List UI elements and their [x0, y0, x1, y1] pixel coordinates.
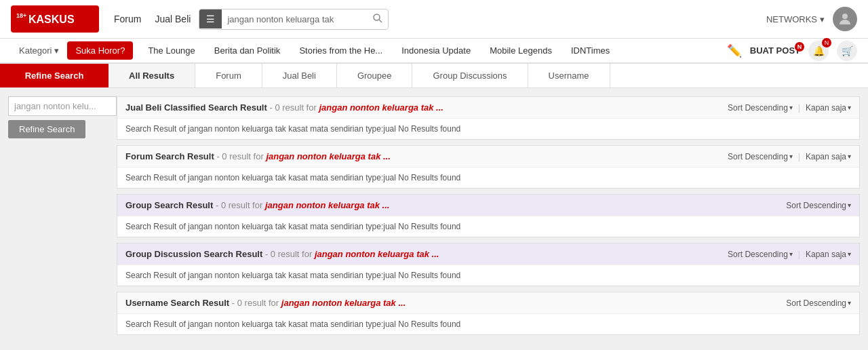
results-area: Jual Beli Classified Search Result - 0 r…	[117, 96, 860, 338]
tab-group-discussions[interactable]: Group Discussions	[412, 64, 528, 88]
header-right: NETWORKS ▾	[766, 7, 857, 31]
sidebar: Refine Search	[8, 96, 117, 338]
tab-all-results[interactable]: All Results	[108, 64, 195, 88]
notification-button[interactable]: 🔔 N	[808, 41, 829, 61]
sort-arrow-icon: ▾	[848, 201, 851, 209]
forum-time-filter-button[interactable]: Kapan saja ▾	[806, 152, 851, 161]
refine-search-tab[interactable]: Refine Search	[0, 64, 108, 88]
forum-result-body: Search Result of jangan nonton keluarga …	[117, 168, 859, 188]
chevron-down-icon: ▾	[54, 45, 59, 56]
svg-text:18+: 18+	[16, 12, 26, 19]
time-arrow-icon: ▾	[848, 153, 851, 160]
jual-beli-result-header: Jual Beli Classified Search Result - 0 r…	[117, 97, 859, 119]
jual-beli-result-section: Jual Beli Classified Search Result - 0 r…	[117, 96, 860, 140]
buat-post-button[interactable]: BUAT POST N	[750, 45, 800, 56]
svg-text:KASKUS: KASKUS	[28, 14, 75, 25]
search-icon	[373, 14, 382, 23]
avatar[interactable]	[833, 7, 857, 31]
kategori-button[interactable]: Kategori ▾	[11, 40, 67, 61]
username-result-controls: Sort Descending ▾	[786, 298, 851, 308]
notification-badge: N	[822, 38, 831, 47]
group-discussion-result-section: Group Discussion Search Result - 0 resul…	[117, 243, 860, 286]
sort-arrow-icon: ▾	[789, 104, 793, 111]
username-result-header: Username Search Result - 0 result for ja…	[117, 292, 859, 314]
jual-beli-sort-button[interactable]: Sort Descending ▾	[728, 103, 793, 113]
username-result-section: Username Search Result - 0 result for ja…	[117, 292, 860, 335]
time-arrow-icon: ▾	[848, 104, 851, 111]
networks-button[interactable]: NETWORKS ▾	[766, 14, 825, 24]
group-result-title: Group Search Result - 0 result for janga…	[125, 200, 389, 210]
search-input[interactable]	[222, 10, 368, 28]
sort-arrow-icon: ▾	[848, 299, 851, 307]
group-discussion-result-title: Group Discussion Search Result - 0 resul…	[125, 249, 439, 259]
tab-jual-beli[interactable]: Jual Beli	[262, 64, 337, 88]
svg-point-5	[842, 14, 848, 19]
header: 18+ KASKUS Forum Jual Beli ☰ NETWORKS ▾	[0, 0, 868, 39]
main-nav: Forum Jual Beli	[114, 14, 191, 24]
tab-username[interactable]: Username	[528, 64, 610, 88]
buat-post-badge: N	[795, 42, 804, 52]
cart-button[interactable]: 🛒	[837, 41, 857, 61]
group-result-header: Group Search Result - 0 result for janga…	[117, 195, 859, 216]
logo[interactable]: 18+ KASKUS	[11, 5, 99, 33]
jual-beli-result-controls: Sort Descending ▾ | Kapan saja ▾	[728, 103, 851, 113]
group-discussion-result-header: Group Discussion Search Result - 0 resul…	[117, 244, 859, 265]
sub-nav-berita-dan-politik[interactable]: Berita dan Politik	[205, 39, 290, 62]
tab-forum[interactable]: Forum	[195, 64, 262, 88]
chevron-down-icon: ▾	[820, 14, 825, 24]
buat-post-area: ✏️ BUAT POST N 🔔 N 🛒	[727, 41, 857, 61]
sub-nav-the-lounge[interactable]: The Lounge	[138, 39, 204, 62]
tab-groupee[interactable]: Groupee	[337, 64, 413, 88]
sub-nav-stories[interactable]: Stories from the He...	[290, 39, 392, 62]
jual-beli-nav-link[interactable]: Jual Beli	[155, 14, 191, 24]
group-result-controls: Sort Descending ▾	[786, 201, 851, 210]
edit-icon[interactable]: ✏️	[727, 43, 742, 58]
forum-result-title: Forum Search Result - 0 result for janga…	[125, 151, 391, 161]
sidebar-refine-tab: Refine Search	[0, 64, 108, 88]
sort-arrow-icon: ▾	[789, 250, 793, 258]
sort-arrow-icon: ▾	[789, 153, 793, 160]
jual-beli-result-body: Search Result of jangan nonton keluarga …	[117, 119, 859, 139]
forum-result-section: Forum Search Result - 0 result for janga…	[117, 145, 860, 189]
jual-beli-time-filter-button[interactable]: Kapan saja ▾	[806, 103, 851, 113]
search-section: Refine Search All Results Forum Jual Bel…	[0, 64, 868, 88]
forum-sort-button[interactable]: Sort Descending ▾	[728, 152, 793, 161]
username-sort-button[interactable]: Sort Descending ▾	[786, 298, 851, 308]
time-arrow-icon: ▾	[848, 250, 851, 258]
result-tabs: All Results Forum Jual Beli Groupee Grou…	[108, 64, 868, 88]
main-content: Refine Search Jual Beli Classified Searc…	[0, 88, 868, 346]
search-submit-button[interactable]	[368, 9, 388, 29]
svg-point-3	[374, 14, 380, 20]
group-discussion-result-controls: Sort Descending ▾ | Kapan saja ▾	[728, 250, 851, 259]
forum-nav-link[interactable]: Forum	[114, 14, 141, 24]
sub-nav-idntimes[interactable]: IDNTimes	[561, 39, 619, 62]
suka-horor-button[interactable]: Suka Horor?	[67, 41, 133, 60]
forum-result-header: Forum Search Result - 0 result for janga…	[117, 146, 859, 168]
group-result-section: Group Search Result - 0 result for janga…	[117, 194, 860, 237]
forum-result-controls: Sort Descending ▾ | Kapan saja ▾	[728, 152, 851, 161]
group-result-body: Search Result of jangan nonton keluarga …	[117, 216, 859, 237]
group-disc-sort-button[interactable]: Sort Descending ▾	[728, 250, 793, 259]
group-sort-button[interactable]: Sort Descending ▾	[786, 201, 851, 210]
search-menu-button[interactable]: ☰	[199, 9, 222, 28]
sidebar-search-input[interactable]	[8, 96, 117, 116]
search-area: ☰	[199, 9, 389, 30]
jual-beli-result-title: Jual Beli Classified Search Result - 0 r…	[125, 102, 443, 113]
group-discussion-result-body: Search Result of jangan nonton keluarga …	[117, 265, 859, 286]
sub-nav: Kategori ▾ Suka Horor? The Lounge Berita…	[0, 39, 868, 64]
sub-nav-indonesia-update[interactable]: Indonesia Update	[392, 39, 480, 62]
username-result-title: Username Search Result - 0 result for ja…	[125, 298, 406, 308]
sub-nav-mobile-legends[interactable]: Mobile Legends	[480, 39, 561, 62]
group-disc-time-filter-button[interactable]: Kapan saja ▾	[806, 250, 851, 259]
svg-line-4	[379, 20, 382, 22]
username-result-body: Search Result of jangan nonton keluarga …	[117, 314, 859, 334]
sidebar-refine-button[interactable]: Refine Search	[8, 120, 85, 138]
